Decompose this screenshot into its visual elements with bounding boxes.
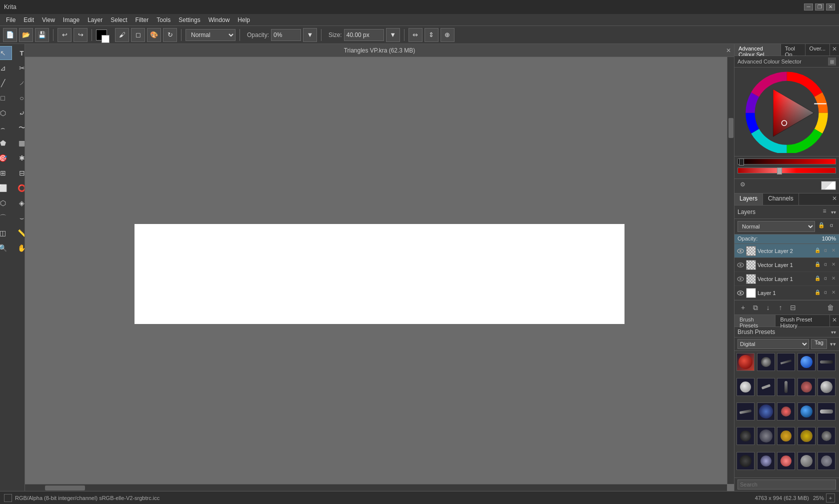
brush-item-16[interactable]: [736, 427, 754, 445]
channels-tab[interactable]: Channels: [763, 194, 799, 205]
brush-item-20[interactable]: [818, 427, 836, 445]
status-icon[interactable]: [4, 494, 12, 502]
opacity-input[interactable]: [271, 29, 301, 41]
similar-select[interactable]: ◈: [13, 196, 26, 210]
brush-tool[interactable]: ╱: [0, 76, 12, 90]
horizontal-scrollbar[interactable]: [25, 484, 727, 491]
zoom-tool[interactable]: 🔍: [0, 241, 12, 255]
select-tool[interactable]: ↖: [0, 46, 12, 60]
layer-alpha-icon-vector2[interactable]: α: [822, 248, 829, 254]
save-button[interactable]: 💾: [35, 28, 49, 42]
polyline-tool[interactable]: ⤾: [13, 106, 26, 120]
contiguous-select[interactable]: ⬡: [0, 196, 12, 210]
red-bar[interactable]: [738, 158, 836, 164]
ellipse-select[interactable]: ⭕: [13, 181, 26, 195]
brush-item-8[interactable]: [777, 378, 795, 396]
snap-button[interactable]: ⊕: [440, 28, 454, 42]
zoom-button[interactable]: +: [826, 494, 835, 502]
menu-window[interactable]: Window: [204, 16, 234, 24]
color-picker[interactable]: 🎯: [0, 151, 12, 165]
layer-item-vector1a[interactable]: Vector Layer 1 🔒 α ✕: [734, 258, 839, 272]
redo-button[interactable]: ↪: [74, 28, 88, 42]
mirror-h-button[interactable]: ⇔: [408, 28, 422, 42]
pan-tool[interactable]: ✋: [13, 241, 26, 255]
brush-item-10[interactable]: [818, 378, 836, 396]
color-picker-button[interactable]: 🎨: [147, 28, 161, 42]
brush-presets-expand[interactable]: ▾▾: [831, 330, 836, 335]
brush-item-5[interactable]: [818, 353, 836, 371]
brush-item-17[interactable]: [757, 427, 775, 445]
layers-settings-icon[interactable]: ≡: [820, 208, 829, 216]
brush-panel-close[interactable]: ✕: [830, 315, 839, 326]
brush-item-15[interactable]: [818, 402, 836, 420]
vscroll-thumb[interactable]: [728, 118, 734, 138]
assistant-tool[interactable]: ◫: [0, 226, 12, 240]
freehand-select2[interactable]: ⌒: [0, 211, 12, 225]
menu-edit[interactable]: Edit: [20, 16, 38, 24]
brush-item-3[interactable]: [777, 353, 795, 371]
measure-tool[interactable]: 📏: [13, 226, 26, 240]
brush-item-14[interactable]: [798, 402, 816, 420]
bezier-tool[interactable]: 〜: [13, 121, 26, 135]
paint-bucket[interactable]: ⬟: [0, 136, 12, 150]
transform-tool[interactable]: ⊿: [0, 61, 12, 75]
layers-expand-icon[interactable]: ▾▾: [831, 210, 836, 215]
copy-layer-button[interactable]: ⧉: [750, 302, 761, 313]
menu-file[interactable]: File: [2, 16, 20, 24]
minimize-button[interactable]: ─: [804, 4, 813, 10]
smart-patch[interactable]: ✱: [13, 151, 26, 165]
menu-image[interactable]: Image: [59, 16, 84, 24]
colour-tab-over[interactable]: Over...: [806, 44, 830, 56]
hscroll-thumb[interactable]: [45, 486, 85, 490]
brush-item-22[interactable]: [757, 452, 775, 470]
freehand-select[interactable]: ⌢: [0, 121, 12, 135]
brush-category-select[interactable]: Digital: [738, 339, 809, 349]
hue-slider-thumb[interactable]: [777, 168, 782, 174]
layer-item-layer1[interactable]: Layer 1 🔒 α ✕: [734, 286, 839, 300]
brush-item-4[interactable]: [798, 353, 816, 371]
menu-select[interactable]: Select: [106, 16, 131, 24]
brush-item-6[interactable]: [736, 378, 754, 396]
brush-item-19[interactable]: [798, 427, 816, 445]
brush-item-25[interactable]: [818, 452, 836, 470]
text-tool[interactable]: T: [13, 46, 26, 60]
red-slider-thumb[interactable]: [739, 158, 744, 166]
colour-wheel[interactable]: [738, 70, 836, 153]
gradient-tool[interactable]: ▦: [13, 136, 26, 150]
colour-tab-tool[interactable]: Tool Op...: [781, 44, 806, 56]
layer-close-icon-vector2[interactable]: ✕: [830, 248, 837, 254]
layer-alpha-icon-vector1b[interactable]: α: [822, 276, 829, 282]
size-expand[interactable]: ▼: [386, 28, 400, 42]
brush-tag-button[interactable]: Tag: [811, 339, 827, 349]
delete-layer-button[interactable]: 🗑: [825, 302, 836, 313]
restore-button[interactable]: ❐: [815, 4, 824, 10]
flatten-layer-button[interactable]: ⊟: [788, 302, 798, 313]
menu-view[interactable]: View: [38, 16, 59, 24]
close-button[interactable]: ✕: [826, 4, 835, 10]
brush-presets-tab[interactable]: Brush Presets: [734, 315, 776, 326]
layer-visibility-vector1a[interactable]: [736, 261, 744, 269]
canvas-close-button[interactable]: ✕: [726, 47, 731, 54]
eraser-button[interactable]: ◻: [131, 28, 145, 42]
layer-alpha-icon-vector1a[interactable]: α: [822, 262, 829, 268]
hue-bar[interactable]: [738, 168, 836, 174]
brush-item-12[interactable]: [757, 402, 775, 420]
add-layer-button[interactable]: +: [738, 302, 748, 313]
brush-expand-icon[interactable]: ▾▾: [830, 341, 836, 348]
layers-tab[interactable]: Layers: [734, 194, 763, 205]
brush-item-18[interactable]: [777, 427, 795, 445]
layer-close-icon-vector1b[interactable]: ✕: [830, 276, 837, 282]
move-layer-up-button[interactable]: ↑: [775, 302, 786, 313]
menu-tools[interactable]: Tools: [152, 16, 174, 24]
brush-item-11[interactable]: [736, 402, 754, 420]
undo-button[interactable]: ↩: [58, 28, 72, 42]
clone-tool[interactable]: ⊟: [13, 166, 26, 180]
move-layer-down-button[interactable]: ↓: [762, 302, 774, 313]
new-button[interactable]: 📄: [3, 28, 17, 42]
layer-item-vector2[interactable]: Vector Layer 2 🔒 α ✕: [734, 244, 839, 258]
reload-button[interactable]: ↻: [163, 28, 177, 42]
layer-lock-icon-vector1b[interactable]: 🔒: [814, 276, 821, 282]
brush-preset-button[interactable]: 🖌: [115, 28, 129, 42]
layers-panel-close[interactable]: ✕: [830, 194, 839, 205]
brush-search-input[interactable]: [738, 480, 836, 490]
